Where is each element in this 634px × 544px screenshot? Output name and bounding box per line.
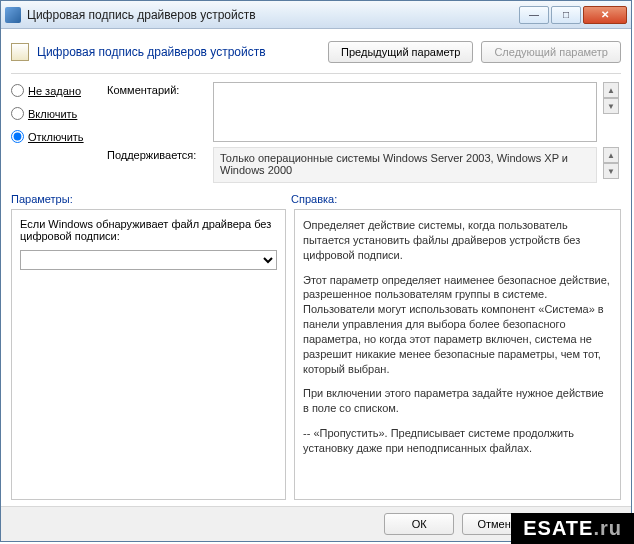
ok-button[interactable]: ОК: [384, 513, 454, 535]
radio-group: Не задано Включить Отключить: [11, 82, 101, 143]
scroll-down-icon[interactable]: ▼: [603, 163, 619, 179]
close-button[interactable]: ✕: [583, 6, 627, 24]
minimize-button[interactable]: —: [519, 6, 549, 24]
scroll-down-icon[interactable]: ▼: [603, 98, 619, 114]
top-grid: Не задано Включить Отключить Комментарий…: [11, 82, 621, 183]
params-panel: Если Windows обнаруживает файл драйвера …: [11, 209, 286, 500]
radio-not-set-input[interactable]: [11, 84, 24, 97]
radio-enable-label: Включить: [28, 108, 77, 120]
dialog-window: Цифровая подпись драйверов устройств — □…: [0, 0, 632, 542]
next-setting-button: Следующий параметр: [481, 41, 621, 63]
nav-buttons: Предыдущий параметр Следующий параметр: [328, 41, 621, 63]
radio-not-set[interactable]: Не задано: [11, 84, 101, 97]
radio-disable-input[interactable]: [11, 130, 24, 143]
header-row: Цифровая подпись драйверов устройств Пре…: [11, 37, 621, 74]
watermark-text: ESATE: [523, 517, 593, 539]
content-area: Цифровая подпись драйверов устройств Пре…: [1, 29, 631, 506]
supported-scrollbar: ▲ ▼: [603, 147, 619, 179]
help-panel: Определяет действие системы, когда польз…: [294, 209, 621, 500]
supported-text: Только операционные системы Windows Serv…: [213, 147, 597, 183]
comment-scrollbar: ▲ ▼: [603, 82, 619, 114]
radio-disable-label: Отключить: [28, 131, 84, 143]
window-title: Цифровая подпись драйверов устройств: [27, 8, 517, 22]
scroll-up-icon[interactable]: ▲: [603, 82, 619, 98]
radio-enable-input[interactable]: [11, 107, 24, 120]
radio-enable[interactable]: Включить: [11, 107, 101, 120]
watermark-suffix: .ru: [593, 517, 622, 539]
supported-label: Поддерживается:: [107, 147, 207, 161]
policy-icon: [11, 43, 29, 61]
help-paragraph: Определяет действие системы, когда польз…: [303, 218, 612, 263]
radio-disable[interactable]: Отключить: [11, 130, 101, 143]
prev-setting-button[interactable]: Предыдущий параметр: [328, 41, 473, 63]
params-text: Если Windows обнаруживает файл драйвера …: [20, 218, 277, 242]
panels: Если Windows обнаруживает файл драйвера …: [11, 209, 621, 500]
policy-title: Цифровая подпись драйверов устройств: [37, 45, 328, 59]
help-paragraph: При включении этого параметра задайте ну…: [303, 386, 612, 416]
help-paragraph: Этот параметр определяет наименее безопа…: [303, 273, 612, 377]
maximize-button[interactable]: □: [551, 6, 581, 24]
action-combo[interactable]: [20, 250, 277, 270]
comment-textarea[interactable]: [213, 82, 597, 142]
watermark: ESATE.ru: [511, 513, 634, 544]
window-buttons: — □ ✕: [517, 6, 627, 24]
help-paragraph: -- «Пропустить». Предписывает системе пр…: [303, 426, 612, 456]
help-section-label: Справка:: [291, 193, 337, 205]
section-labels: Параметры: Справка:: [11, 193, 621, 205]
titlebar[interactable]: Цифровая подпись драйверов устройств — □…: [1, 1, 631, 29]
params-section-label: Параметры:: [11, 193, 291, 205]
app-icon: [5, 7, 21, 23]
comment-label: Комментарий:: [107, 82, 207, 96]
radio-not-set-label: Не задано: [28, 85, 81, 97]
scroll-up-icon[interactable]: ▲: [603, 147, 619, 163]
